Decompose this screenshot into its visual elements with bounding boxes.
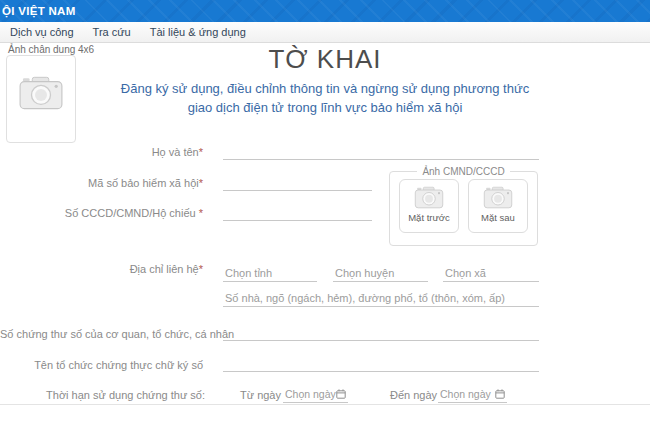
required-mark: * bbox=[196, 207, 203, 219]
address-label: Địa chỉ liên hệ* bbox=[0, 263, 203, 275]
brand-title: ỘI VIỆT NAM bbox=[0, 0, 650, 22]
main-nav: Dịch vụ công Tra cứu Tài liệu & ứng dụng bbox=[0, 22, 650, 43]
insurance-code-label: Mã số bảo hiểm xã hội* bbox=[0, 177, 203, 189]
from-date-picker[interactable]: Chọn ngày bbox=[283, 387, 348, 403]
street-address-input[interactable] bbox=[223, 291, 539, 307]
nav-item-public-services[interactable]: Dịch vụ công bbox=[10, 26, 74, 38]
to-date-picker[interactable]: Chọn ngày bbox=[438, 387, 507, 403]
label-text: Mã số bảo hiểm xã hội bbox=[88, 177, 199, 189]
required-mark: * bbox=[199, 146, 203, 158]
certificate-number-label: Số chứng thư số của cơ quan, tổ chức, cá… bbox=[0, 328, 203, 340]
id-number-input[interactable] bbox=[223, 205, 372, 221]
nav-item-documents-apps[interactable]: Tài liệu & ứng dụng bbox=[150, 26, 246, 38]
id-front-upload[interactable]: Mặt trước bbox=[399, 179, 459, 233]
page: ỘI VIỆT NAM Dịch vụ công Tra cứu Tài liệ… bbox=[0, 0, 650, 426]
camera-icon bbox=[483, 185, 513, 210]
id-back-label: Mặt sau bbox=[481, 212, 515, 223]
label-text: Địa chỉ liên hệ bbox=[130, 263, 199, 275]
id-card-photos-group: Ảnh CMND/CCCD Mặt trước Mặt sau bbox=[389, 166, 538, 246]
id-back-upload[interactable]: Mặt sau bbox=[468, 179, 528, 233]
district-select[interactable]: Chọn huyện bbox=[333, 266, 428, 282]
id-card-photo-boxes: Mặt trước Mặt sau bbox=[390, 179, 537, 233]
district-placeholder: Chọn huyện bbox=[335, 267, 394, 279]
calendar-icon bbox=[495, 389, 505, 399]
from-date-label: Từ ngày bbox=[240, 389, 281, 401]
ward-placeholder: Chọn xã bbox=[445, 267, 486, 279]
calendar-icon bbox=[336, 389, 346, 399]
ward-select[interactable]: Chọn xã bbox=[443, 266, 539, 282]
bottom-divider bbox=[0, 404, 650, 405]
id-card-photos-legend: Ảnh CMND/CCCD bbox=[417, 166, 509, 177]
id-number-label: Số CCCD/CMND/Hộ chiếu * bbox=[0, 207, 203, 219]
id-front-label: Mặt trước bbox=[408, 212, 450, 223]
province-select[interactable]: Chọn tỉnh bbox=[223, 266, 317, 282]
form-subtitle: Đăng ký sử dụng, điều chỉnh thông tin và… bbox=[113, 79, 537, 117]
certificate-org-input[interactable] bbox=[223, 356, 539, 372]
certificate-org-label: Tên tổ chức chứng thực chữ ký số bbox=[0, 359, 203, 371]
certificate-number-input[interactable] bbox=[223, 325, 539, 341]
camera-icon bbox=[414, 185, 444, 210]
page-title: TỜ KHAI bbox=[0, 44, 650, 75]
nav-item-lookup[interactable]: Tra cứu bbox=[93, 26, 131, 38]
camera-icon bbox=[18, 74, 64, 112]
from-date-placeholder: Chọn ngày bbox=[285, 388, 336, 400]
app-header: ỘI VIỆT NAM bbox=[0, 0, 650, 22]
to-date-label: Đến ngày bbox=[390, 389, 437, 401]
certificate-period-label: Thời hạn sử dụng chứng thư số: bbox=[0, 389, 205, 401]
insurance-code-input[interactable] bbox=[223, 175, 372, 191]
to-date-placeholder: Chọn ngày bbox=[440, 388, 491, 400]
required-mark: * bbox=[199, 177, 203, 189]
label-text: Số CCCD/CMND/Hộ chiếu bbox=[65, 207, 196, 219]
required-mark: * bbox=[199, 263, 203, 275]
full-name-input[interactable] bbox=[223, 144, 539, 160]
province-placeholder: Chọn tỉnh bbox=[225, 267, 272, 279]
label-text: Họ và tên bbox=[152, 146, 199, 158]
full-name-label: Họ và tên* bbox=[0, 146, 203, 158]
